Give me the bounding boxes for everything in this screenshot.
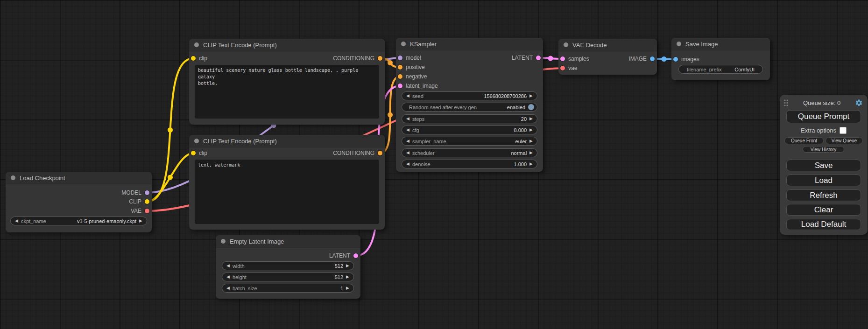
clip-output-dot[interactable] <box>145 199 149 204</box>
input-slot-latent-image[interactable]: latent_image <box>398 82 438 90</box>
output-slot-clip[interactable]: CLIP <box>129 197 149 206</box>
latent-image-input-dot[interactable] <box>398 84 402 88</box>
increment-arrow-icon[interactable]: ▶ <box>346 286 349 290</box>
increment-arrow-icon[interactable]: ▶ <box>529 94 533 98</box>
output-slot-vae[interactable]: VAE <box>131 207 149 215</box>
filename-prefix-widget[interactable]: filename_prefix ComfyUI <box>678 65 763 74</box>
collapse-dot-icon[interactable] <box>401 42 406 46</box>
collapse-dot-icon[interactable] <box>564 42 568 47</box>
clip-input-dot[interactable] <box>191 56 196 61</box>
node-clip-text-encode-positive[interactable]: CLIP Text Encode (Prompt) clip CONDITION… <box>189 39 385 125</box>
decrement-arrow-icon[interactable]: ◀ <box>406 94 409 98</box>
output-slot-latent[interactable]: LATENT <box>329 252 358 260</box>
increment-arrow-icon[interactable]: ▶ <box>529 128 533 132</box>
seed-widget[interactable]: ◀ seed 156680208700286 ▶ <box>402 91 537 100</box>
model-input-dot[interactable] <box>398 56 402 60</box>
save-button[interactable]: Save <box>786 160 861 171</box>
steps-widget[interactable]: ◀ steps 20 ▶ <box>402 114 537 123</box>
node-vae-decode[interactable]: VAE Decode samples vae IMAGE <box>558 39 657 75</box>
output-slot-conditioning[interactable]: CONDITIONING <box>333 149 382 157</box>
node-empty-latent-image[interactable]: Empty Latent Image LATENT ◀ width 512 ▶ … <box>216 235 360 299</box>
scheduler-widget[interactable]: ◀ scheduler normal ▶ <box>402 148 537 157</box>
samples-input-dot[interactable] <box>560 56 565 61</box>
collapse-dot-icon[interactable] <box>11 175 15 180</box>
decrement-arrow-icon[interactable]: ◀ <box>226 275 230 279</box>
input-slot-clip[interactable]: clip <box>191 54 207 63</box>
node-title-bar[interactable]: CLIP Text Encode (Prompt) <box>189 135 385 147</box>
latent-output-dot[interactable] <box>353 253 358 258</box>
input-slot-images[interactable]: images <box>673 55 699 63</box>
decrement-arrow-icon[interactable]: ◀ <box>226 286 230 290</box>
decrement-arrow-icon[interactable]: ◀ <box>406 162 409 166</box>
refresh-button[interactable]: Refresh <box>786 189 861 201</box>
output-slot-latent[interactable]: LATENT <box>512 54 541 62</box>
node-ksampler[interactable]: KSampler model positive negative latent_… <box>396 38 543 172</box>
decrement-arrow-icon[interactable]: ◀ <box>406 139 409 143</box>
toggle-knob-icon[interactable] <box>528 104 534 110</box>
node-title-bar[interactable]: CLIP Text Encode (Prompt) <box>189 39 385 51</box>
random-seed-toggle-widget[interactable]: Random seed after every gen enabled <box>402 103 537 112</box>
input-slot-vae[interactable]: vae <box>560 64 577 72</box>
increment-arrow-icon[interactable]: ▶ <box>529 162 533 166</box>
increment-arrow-icon[interactable]: ▶ <box>139 219 142 223</box>
decrement-arrow-icon[interactable]: ◀ <box>406 151 409 155</box>
decrement-arrow-icon[interactable]: ◀ <box>15 219 18 223</box>
latent-output-dot[interactable] <box>536 56 541 60</box>
decrement-arrow-icon[interactable]: ◀ <box>406 117 409 121</box>
collapse-dot-icon[interactable] <box>194 139 199 143</box>
load-button[interactable]: Load <box>786 175 861 186</box>
input-slot-positive[interactable]: positive <box>398 63 425 71</box>
node-load-checkpoint[interactable]: Load Checkpoint MODEL CLIP VAE ◀ ckpt_na… <box>6 172 152 232</box>
output-slot-model[interactable]: MODEL <box>121 189 149 197</box>
input-slot-negative[interactable]: negative <box>398 72 427 81</box>
input-slot-model[interactable]: model <box>398 54 421 62</box>
node-title-bar[interactable]: Empty Latent Image <box>216 235 360 248</box>
sampler-name-widget[interactable]: ◀ sampler_name euler ▶ <box>402 137 537 146</box>
width-widget[interactable]: ◀ width 512 ▶ <box>222 261 354 270</box>
positive-input-dot[interactable] <box>398 65 402 70</box>
positive-prompt-textarea[interactable]: beautiful scenery nature glass bottle la… <box>195 65 379 119</box>
node-title-bar[interactable]: Save Image <box>671 38 770 50</box>
clip-input-dot[interactable] <box>191 151 196 155</box>
node-title-bar[interactable]: VAE Decode <box>558 39 657 51</box>
decrement-arrow-icon[interactable]: ◀ <box>406 128 409 132</box>
node-graph-canvas[interactable]: Load Checkpoint MODEL CLIP VAE ◀ ckpt_na… <box>0 0 868 329</box>
increment-arrow-icon[interactable]: ▶ <box>529 151 533 155</box>
increment-arrow-icon[interactable]: ▶ <box>346 275 349 279</box>
images-input-dot[interactable] <box>673 57 678 62</box>
load-default-button[interactable]: Load Default <box>786 219 861 230</box>
model-output-dot[interactable] <box>145 190 149 195</box>
decrement-arrow-icon[interactable]: ◀ <box>226 264 230 268</box>
input-slot-samples[interactable]: samples <box>560 55 589 63</box>
conditioning-output-dot[interactable] <box>378 56 382 61</box>
view-queue-button[interactable]: View Queue <box>826 137 863 144</box>
queue-prompt-button[interactable]: Queue Prompt <box>786 110 861 123</box>
cfg-widget[interactable]: ◀ cfg 8.000 ▶ <box>402 126 537 134</box>
increment-arrow-icon[interactable]: ▶ <box>346 264 349 268</box>
node-save-image[interactable]: Save Image images filename_prefix ComfyU… <box>671 38 770 80</box>
image-output-dot[interactable] <box>650 56 655 61</box>
collapse-dot-icon[interactable] <box>194 42 199 47</box>
height-widget[interactable]: ◀ height 512 ▶ <box>222 273 354 281</box>
vae-input-dot[interactable] <box>560 66 565 70</box>
queue-front-button[interactable]: Queue Front <box>784 137 824 144</box>
clear-button[interactable]: Clear <box>786 204 861 216</box>
negative-input-dot[interactable] <box>398 74 402 79</box>
denoise-widget[interactable]: ◀ denoise 1.000 ▶ <box>402 160 537 168</box>
node-title-bar[interactable]: KSampler <box>396 38 543 50</box>
increment-arrow-icon[interactable]: ▶ <box>529 117 533 121</box>
input-slot-clip[interactable]: clip <box>191 149 207 157</box>
increment-arrow-icon[interactable]: ▶ <box>529 139 533 143</box>
batch-size-widget[interactable]: ◀ batch_size 1 ▶ <box>222 284 354 293</box>
view-history-button[interactable]: View History <box>803 146 844 153</box>
negative-prompt-textarea[interactable]: text, watermark <box>195 160 379 224</box>
ckpt-name-widget[interactable]: ◀ ckpt_name v1-5-pruned-emaonly.ckpt ▶ <box>10 217 147 225</box>
collapse-dot-icon[interactable] <box>677 42 681 46</box>
collapse-dot-icon[interactable] <box>221 239 226 244</box>
node-title-bar[interactable]: Load Checkpoint <box>6 172 152 184</box>
drag-handle-icon[interactable] <box>783 99 789 107</box>
gear-icon[interactable] <box>855 99 863 107</box>
node-clip-text-encode-negative[interactable]: CLIP Text Encode (Prompt) clip CONDITION… <box>189 135 385 230</box>
vae-output-dot[interactable] <box>145 209 149 213</box>
output-slot-image[interactable]: IMAGE <box>628 55 655 63</box>
